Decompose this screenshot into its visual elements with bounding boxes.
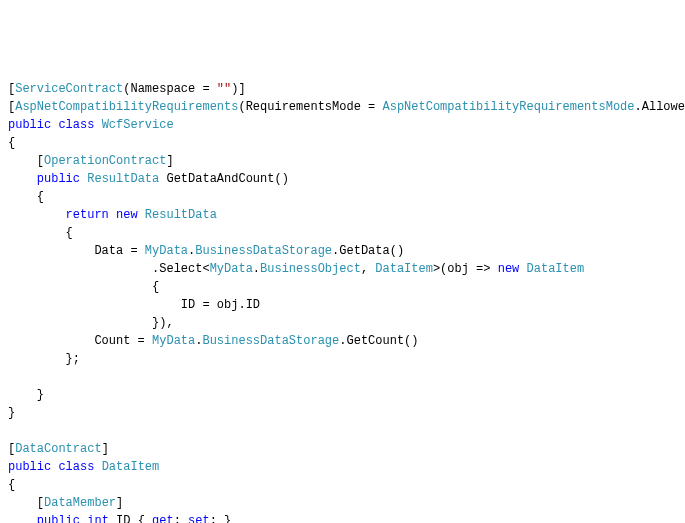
code-line: ID = obj.ID	[8, 298, 260, 312]
code-line: return new ResultData	[8, 208, 217, 222]
code-line: [DataMember]	[8, 496, 123, 510]
code-line: {	[8, 478, 15, 492]
code-line: [AspNetCompatibilityRequirements(Require…	[8, 100, 685, 114]
code-line: [DataContract]	[8, 442, 109, 456]
code-block: [ServiceContract(Namespace = "")] [AspNe…	[8, 80, 677, 523]
code-line: }	[8, 406, 15, 420]
code-line: }	[8, 388, 44, 402]
code-line: Data = MyData.BusinessDataStorage.GetDat…	[8, 244, 404, 258]
code-line: .Select<MyData.BusinessObject, DataItem>…	[8, 262, 584, 276]
code-line: }),	[8, 316, 174, 330]
code-line: public int ID { get; set; }	[8, 514, 231, 523]
code-line: };	[8, 352, 80, 366]
code-line: {	[8, 226, 73, 240]
code-line: {	[8, 280, 159, 294]
code-line: Count = MyData.BusinessDataStorage.GetCo…	[8, 334, 419, 348]
code-line: public class DataItem	[8, 460, 159, 474]
code-line: public ResultData GetDataAndCount()	[8, 172, 289, 186]
code-line: {	[8, 136, 15, 150]
code-line: [ServiceContract(Namespace = "")]	[8, 82, 246, 96]
code-line: [OperationContract]	[8, 154, 174, 168]
code-line: public class WcfService	[8, 118, 174, 132]
code-line: {	[8, 190, 44, 204]
